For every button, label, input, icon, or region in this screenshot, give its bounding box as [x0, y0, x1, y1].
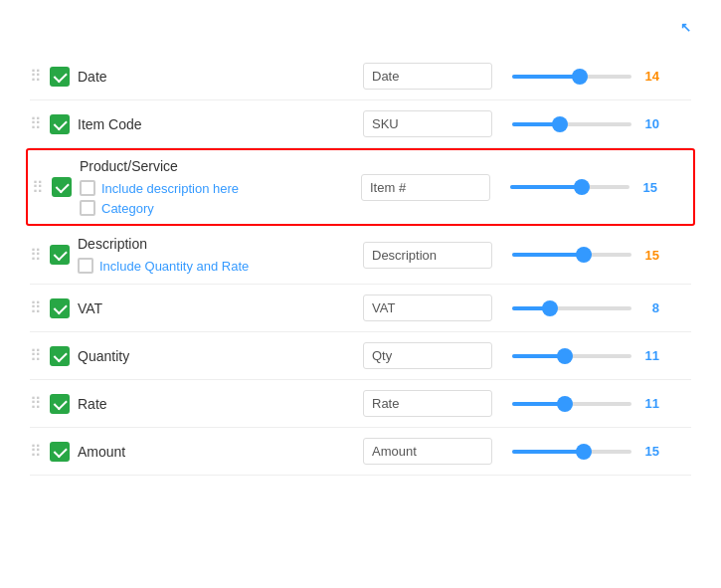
slider-track-product-service[interactable] — [510, 185, 630, 189]
slider-value-amount: 15 — [639, 444, 659, 459]
sub-option-include-description: Include description here — [80, 180, 278, 196]
row-main-item-code: ⠿Item Code10 — [30, 110, 691, 137]
label-input-wrapper-description — [363, 242, 492, 269]
slider-container-item-code: 10 — [512, 116, 691, 131]
checkbox-product-service[interactable] — [52, 177, 72, 197]
label-input-quantity[interactable] — [363, 342, 492, 369]
slider-fill-amount — [512, 450, 584, 454]
label-input-description[interactable] — [363, 242, 492, 269]
label-input-wrapper-quantity — [363, 342, 492, 369]
drag-handle-date[interactable]: ⠿ — [30, 67, 42, 86]
slider-track-date[interactable] — [512, 75, 631, 79]
label-input-date[interactable] — [363, 63, 492, 90]
label-input-wrapper-rate — [363, 390, 492, 417]
sub-checkbox-category[interactable] — [80, 200, 95, 216]
checkbox-date[interactable] — [50, 67, 70, 87]
label-input-wrapper-item-code — [363, 110, 492, 137]
checkbox-rate[interactable] — [50, 394, 70, 414]
label-input-wrapper-vat — [363, 294, 492, 321]
drag-handle-vat[interactable]: ⠿ — [30, 298, 42, 317]
checkbox-item-code[interactable] — [50, 114, 70, 134]
slider-track-description[interactable] — [512, 253, 631, 257]
sub-option-include-qty-rate: Include Quantity and Rate — [78, 258, 276, 274]
drag-handle-item-code[interactable]: ⠿ — [30, 114, 42, 133]
slider-value-product-service: 15 — [637, 180, 657, 195]
drag-handle-rate[interactable]: ⠿ — [30, 394, 42, 413]
slider-container-vat: 8 — [512, 300, 691, 315]
slider-fill-date — [512, 75, 580, 79]
drag-handle-product-service[interactable]: ⠿ — [32, 178, 44, 197]
row-description: ⠿DescriptionInclude Quantity and Rate15 — [30, 226, 691, 285]
checkbox-wrapper-quantity[interactable] — [50, 346, 70, 366]
slider-thumb-description[interactable] — [576, 247, 592, 263]
slider-thumb-vat[interactable] — [542, 300, 558, 316]
slider-container-rate: 11 — [512, 396, 691, 411]
label-input-rate[interactable] — [363, 390, 492, 417]
checkbox-wrapper-product-service[interactable] — [52, 177, 72, 197]
label-input-product-service[interactable] — [361, 174, 490, 201]
label-input-amount[interactable] — [363, 438, 492, 465]
row-main-product-service: ⠿Product/ServiceInclude description here… — [32, 158, 689, 216]
header: ↖ — [30, 20, 691, 35]
slider-thumb-rate[interactable] — [557, 396, 573, 412]
row-vat: ⠿VAT8 — [30, 285, 691, 332]
slider-track-rate[interactable] — [512, 402, 631, 406]
checkbox-wrapper-date[interactable] — [50, 67, 70, 87]
checkbox-description[interactable] — [50, 245, 70, 265]
label-input-item-code[interactable] — [363, 110, 492, 137]
slider-value-date: 14 — [639, 69, 659, 84]
sub-label-category: Category — [101, 201, 154, 216]
slider-track-quantity[interactable] — [512, 354, 631, 358]
slider-value-rate: 11 — [639, 396, 659, 411]
slider-thumb-product-service[interactable] — [574, 179, 590, 195]
sub-options-description: Include Quantity and Rate — [78, 258, 276, 274]
checkbox-vat[interactable] — [50, 298, 70, 318]
row-main-date: ⠿Date14 — [30, 63, 691, 90]
col-name-label-rate: Rate — [78, 396, 107, 412]
slider-fill-product-service — [510, 185, 582, 189]
row-main-amount: ⠿Amount15 — [30, 438, 691, 465]
row-product-service: ⠿Product/ServiceInclude description here… — [26, 148, 695, 226]
checkbox-amount[interactable] — [50, 442, 70, 462]
col-name-label-description: Description — [78, 236, 147, 252]
slider-thumb-date[interactable] — [572, 69, 588, 85]
col-name-label-date: Date — [78, 69, 107, 85]
slider-thumb-item-code[interactable] — [552, 116, 568, 132]
row-date: ⠿Date14 — [30, 53, 691, 100]
slider-track-vat[interactable] — [512, 306, 631, 310]
label-input-vat[interactable] — [363, 294, 492, 321]
checkbox-quantity[interactable] — [50, 346, 70, 366]
col-name-quantity: Quantity — [78, 348, 276, 364]
col-name-label-quantity: Quantity — [78, 348, 129, 364]
col-name-vat: VAT — [78, 300, 276, 316]
checkbox-wrapper-description[interactable] — [50, 245, 70, 265]
col-name-rate: Rate — [78, 396, 276, 412]
slider-track-amount[interactable] — [512, 450, 631, 454]
checkbox-wrapper-vat[interactable] — [50, 298, 70, 318]
sub-checkbox-include-description[interactable] — [80, 180, 95, 196]
hide-labels-link[interactable]: ↖ — [678, 20, 692, 35]
checkbox-wrapper-amount[interactable] — [50, 442, 70, 462]
row-rate: ⠿Rate11 — [30, 380, 691, 428]
label-input-wrapper-product-service — [361, 174, 490, 201]
cursor-icon: ↖ — [680, 20, 692, 35]
col-name-label-vat: VAT — [78, 300, 102, 316]
checkbox-wrapper-item-code[interactable] — [50, 114, 70, 134]
label-input-wrapper-date — [363, 63, 492, 90]
checkbox-wrapper-rate[interactable] — [50, 394, 70, 414]
slider-thumb-quantity[interactable] — [557, 348, 573, 364]
sub-checkbox-include-qty-rate[interactable] — [78, 258, 93, 274]
drag-handle-description[interactable]: ⠿ — [30, 246, 42, 265]
drag-handle-amount[interactable]: ⠿ — [30, 442, 42, 461]
slider-container-product-service: 15 — [510, 180, 689, 195]
col-name-label-product-service: Product/Service — [80, 158, 178, 174]
sub-option-category: Category — [80, 200, 278, 216]
sub-label-include-qty-rate: Include Quantity and Rate — [99, 259, 249, 274]
drag-handle-quantity[interactable]: ⠿ — [30, 346, 42, 365]
row-main-vat: ⠿VAT8 — [30, 294, 691, 321]
slider-thumb-amount[interactable] — [576, 444, 592, 460]
slider-track-item-code[interactable] — [512, 122, 631, 126]
row-item-code: ⠿Item Code10 — [30, 100, 691, 148]
sub-label-include-description: Include description here — [101, 181, 239, 196]
row-main-rate: ⠿Rate11 — [30, 390, 691, 417]
